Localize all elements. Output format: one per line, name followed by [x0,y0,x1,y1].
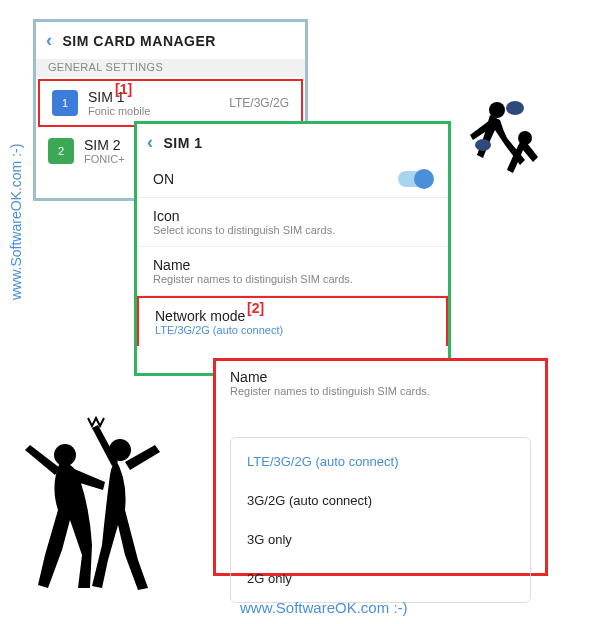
svg-point-1 [506,101,524,115]
on-label: ON [153,171,174,187]
network-mode-row[interactable]: Network mode LTE/3G/2G (auto connect) [2… [137,296,448,346]
sim2-icon: 2 [48,138,74,164]
watermark-bottom: www.SoftwareOK.com :-) [240,599,408,616]
icon-row[interactable]: Icon Select icons to distinguish SIM car… [137,198,448,247]
icon-title: Icon [153,208,432,224]
back-icon[interactable]: ‹ [46,30,53,51]
back-icon[interactable]: ‹ [147,132,154,153]
svg-point-2 [475,139,491,151]
network-mode-dialog: LTE/3G/2G (auto connect) 3G/2G (auto con… [230,437,531,603]
on-toggle[interactable] [398,171,432,187]
network-title: Network mode [155,308,430,324]
panel2-title: SIM 1 [164,135,203,151]
sim1-network: LTE/3G/2G [229,96,289,110]
panel3-name-title: Name [230,369,531,385]
panel-network-options: Name Register names to distinguish SIM c… [213,358,548,576]
option-3g-only[interactable]: 3G only [231,520,530,559]
svg-point-0 [489,102,505,118]
network-sub: LTE/3G/2G (auto connect) [155,324,430,336]
clipart-climbers [435,90,545,200]
panel3-name-header: Name Register names to distinguish SIM c… [216,361,545,397]
panel-sim1-detail: ‹ SIM 1 ON Icon Select icons to distingu… [134,121,451,376]
name-title: Name [153,257,432,273]
name-row[interactable]: Name Register names to distinguish SIM c… [137,247,448,296]
panel2-header: ‹ SIM 1 [137,124,448,161]
option-lte-3g-2g[interactable]: LTE/3G/2G (auto connect) [231,442,530,481]
sim1-icon: 1 [52,90,78,116]
sim1-row[interactable]: 1 SIM 1 Fonic mobile LTE/3G/2G [1] [38,79,303,127]
option-3g-2g[interactable]: 3G/2G (auto connect) [231,481,530,520]
sim1-title: SIM 1 [88,89,229,105]
clipart-dancers [10,410,190,590]
option-2g-only[interactable]: 2G only [231,559,530,598]
annotation-1: [1] [115,81,132,97]
panel3-name-sub: Register names to distinguish SIM cards. [230,385,531,397]
sim1-sub: Fonic mobile [88,105,229,117]
watermark-vertical: www.SoftwareOK.com :-) [8,144,24,300]
panel1-title: SIM CARD MANAGER [63,33,216,49]
icon-sub: Select icons to distinguish SIM cards. [153,224,432,236]
annotation-2: [2] [247,300,264,316]
on-row[interactable]: ON [137,161,448,198]
name-sub: Register names to distinguish SIM cards. [153,273,432,285]
sim1-info: SIM 1 Fonic mobile [88,89,229,117]
general-settings-label: GENERAL SETTINGS [36,59,305,77]
panel1-header: ‹ SIM CARD MANAGER [36,22,305,59]
